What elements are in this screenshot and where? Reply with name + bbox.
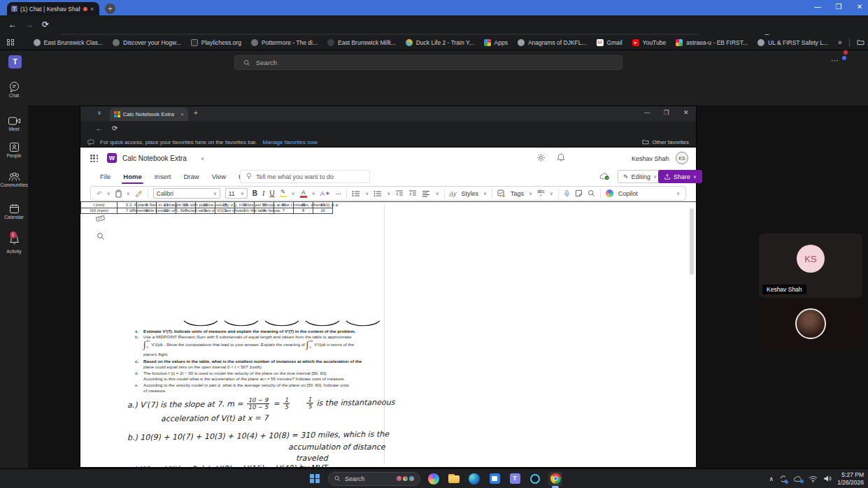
taskbar-store-icon[interactable]: [488, 472, 501, 486]
bookmarks-overflow-icon[interactable]: »: [838, 38, 842, 46]
document-title[interactable]: Calc Notebook Extra: [122, 155, 187, 162]
taskbar-search[interactable]: Search: [328, 472, 420, 486]
teams-search-input[interactable]: Search: [234, 55, 622, 70]
sidebar-item-activity[interactable]: 1 Activity: [0, 234, 28, 254]
align-chevron[interactable]: ∨: [435, 191, 439, 196]
window-minimize[interactable]: —: [813, 3, 823, 10]
format-painter-icon[interactable]: [135, 189, 143, 197]
reload-icon[interactable]: ⟳: [42, 20, 49, 29]
numbering-button[interactable]: [373, 190, 382, 197]
sidebar-item-people[interactable]: People: [0, 142, 28, 158]
menu-file[interactable]: File: [100, 173, 111, 180]
bookmark-item[interactable]: Anagrams of DJKFL...: [518, 39, 587, 46]
participant-tile-keshav[interactable]: KS Keshav Shah: [759, 234, 862, 298]
tab-close-icon[interactable]: ×: [90, 6, 94, 13]
bookmark-item[interactable]: East Brunswick Millt...: [327, 39, 396, 46]
new-tab-button[interactable]: +: [105, 3, 115, 14]
menu-insert[interactable]: Insert: [155, 173, 171, 180]
bold-button[interactable]: B: [252, 189, 257, 197]
settings-gear-icon[interactable]: [536, 153, 546, 162]
tell-me-input[interactable]: Tell me what you want to do: [240, 170, 370, 183]
bookmark-item[interactable]: East Brunswick Clas...: [34, 39, 104, 46]
italic-button[interactable]: I: [262, 189, 264, 197]
header-more-icon[interactable]: ⋯: [831, 56, 839, 65]
bullets-button[interactable]: [352, 190, 360, 197]
shared-window-minimize[interactable]: —: [644, 109, 650, 116]
all-bookmarks-button[interactable]: All Bookmarks: [857, 39, 868, 46]
menu-draw[interactable]: Draw: [183, 173, 199, 180]
back-icon[interactable]: ←: [8, 20, 17, 29]
sticky-note-button[interactable]: [575, 189, 583, 197]
word-user-avatar[interactable]: KS: [676, 152, 688, 164]
notifications-bell-icon[interactable]: [557, 153, 565, 162]
bookmark-item[interactable]: Duck Life 2 - Train Y...: [406, 39, 474, 46]
sidebar-item-chat[interactable]: Chat: [0, 81, 28, 98]
tab-search-chevron[interactable]: ∨: [97, 110, 101, 116]
window-maximize[interactable]: ❐: [834, 3, 844, 10]
reload-icon[interactable]: ⟳: [112, 124, 118, 132]
participant-tile-video[interactable]: [759, 301, 862, 348]
tray-wifi-icon[interactable]: [809, 475, 818, 482]
bookmark-item[interactable]: Pottermore - The di...: [251, 39, 318, 46]
font-color-button[interactable]: A: [300, 189, 307, 198]
more-font-options[interactable]: ⋯: [335, 190, 341, 197]
back-icon[interactable]: ←: [96, 124, 103, 132]
bookmark-item[interactable]: ▸YouTube: [632, 39, 666, 46]
dictate-button[interactable]: [564, 189, 570, 198]
bookmark-item[interactable]: astraea-u - EB FIRST...: [676, 39, 748, 46]
window-close[interactable]: ✕: [855, 3, 865, 10]
manage-favorites-link[interactable]: Manage favorites now: [263, 139, 318, 145]
tags-chevron[interactable]: ∨: [529, 191, 532, 196]
font-name-select[interactable]: Calibri∨: [153, 188, 220, 199]
shared-window-restore[interactable]: ❐: [664, 109, 669, 116]
edge-active-tab[interactable]: Calc Notebook Extra ×: [110, 108, 188, 121]
paste-icon[interactable]: [115, 189, 122, 198]
undo-chevron[interactable]: ∨: [107, 191, 111, 196]
bookmark-item[interactable]: Discover your Hogw...: [113, 39, 181, 46]
bookmark-item[interactable]: Playlichess.org: [191, 39, 241, 46]
tray-expand-icon[interactable]: ∧: [769, 475, 774, 482]
bookmark-item[interactable]: Apps: [484, 39, 508, 46]
highlight-button[interactable]: ✎: [280, 189, 287, 198]
waffle-icon[interactable]: [90, 155, 98, 162]
shared-window-close[interactable]: ✕: [683, 109, 689, 116]
styles-chevron[interactable]: ∨: [483, 191, 487, 196]
tab-close-icon[interactable]: ×: [180, 111, 184, 117]
font-size-select[interactable]: 11∨: [225, 188, 248, 199]
sidebar-item-communities[interactable]: Communities: [0, 172, 28, 187]
browser-tab[interactable]: T (1) Chat | Keshav Shah | Mic ×: [7, 2, 99, 15]
menu-home[interactable]: Home: [123, 173, 141, 180]
styles-button[interactable]: Styles: [461, 190, 478, 197]
tray-onedrive-icon[interactable]: [793, 475, 803, 482]
outdent-button[interactable]: [395, 190, 404, 197]
start-button[interactable]: [308, 472, 322, 486]
taskbar-copilot-icon[interactable]: [427, 472, 441, 486]
sidebar-item-meet[interactable]: Meet: [0, 116, 28, 131]
numbering-chevron[interactable]: ∨: [387, 191, 390, 196]
word-share-button[interactable]: Share ∨: [658, 170, 702, 183]
spellcheck-chevron[interactable]: ∨: [550, 191, 553, 196]
copilot-button[interactable]: Copilot: [618, 190, 638, 197]
ribbon-collapse-chevron[interactable]: ∨: [676, 191, 680, 196]
bookmark-item[interactable]: UL & FIRST Safety L...: [757, 39, 828, 46]
other-favorites-button[interactable]: Other favorites: [642, 139, 689, 145]
new-tab-icon[interactable]: +: [194, 109, 198, 117]
document-canvas[interactable]: 2. A plane flies in a straight line with…: [80, 201, 696, 467]
spellcheck-button[interactable]: abc✓: [537, 189, 544, 196]
highlight-chevron[interactable]: ∨: [292, 191, 295, 196]
text-effects-button[interactable]: A✦: [320, 189, 330, 197]
ruler-toggle-icon[interactable]: [96, 214, 105, 223]
taskbar-clock[interactable]: 5:27 PM 1/26/2026: [837, 471, 864, 486]
find-button[interactable]: [588, 189, 595, 197]
forward-icon[interactable]: →: [25, 20, 34, 29]
bookmark-item[interactable]: MGmail: [597, 39, 622, 46]
editing-mode-button[interactable]: ✎ Editing ∨: [618, 170, 662, 183]
undo-icon[interactable]: ↶: [97, 190, 102, 197]
bullets-chevron[interactable]: ∨: [365, 191, 369, 196]
taskbar-teams-icon[interactable]: T: [508, 472, 522, 486]
indent-button[interactable]: [408, 190, 417, 197]
menu-view[interactable]: View: [212, 173, 226, 180]
bookmark-apps-grid-icon[interactable]: [7, 39, 14, 46]
zoom-find-icon[interactable]: [97, 232, 105, 241]
paste-chevron[interactable]: ∨: [127, 191, 130, 196]
